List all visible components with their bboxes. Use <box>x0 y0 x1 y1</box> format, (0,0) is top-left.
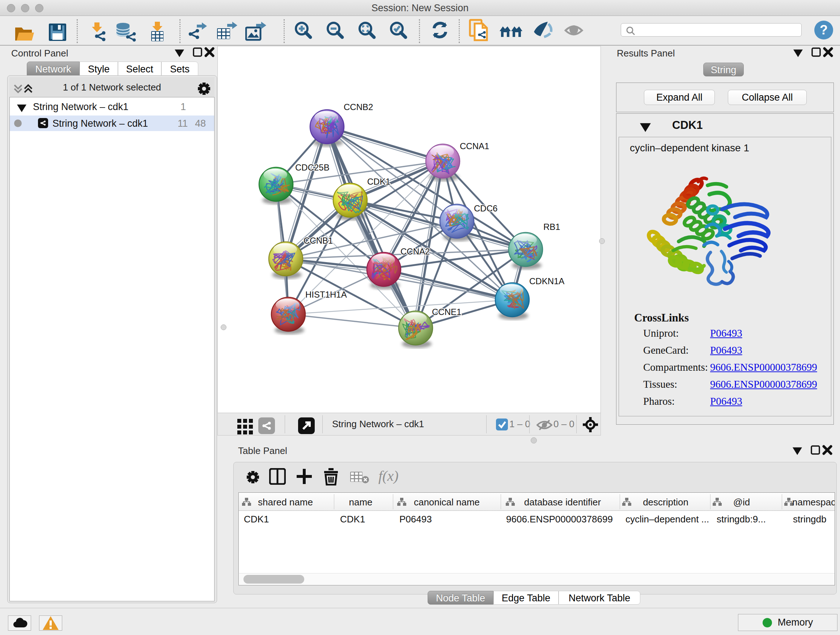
svg-text:CDC6: CDC6 <box>474 203 497 213</box>
svg-text:CCNB1: CCNB1 <box>303 236 333 245</box>
svg-text:CDC25B: CDC25B <box>295 163 330 172</box>
svg-text:CCNE1: CCNE1 <box>432 307 461 317</box>
svg-text:RB1: RB1 <box>543 222 561 232</box>
svg-text:CCNB2: CCNB2 <box>344 102 373 112</box>
svg-text:CDKN1A: CDKN1A <box>529 276 564 286</box>
svg-text:CCNA1: CCNA1 <box>460 141 489 151</box>
svg-text:CCNA2: CCNA2 <box>401 247 430 256</box>
svg-text:?: ? <box>820 22 828 37</box>
svg-text:CDK1: CDK1 <box>367 177 390 187</box>
svg-text:HIST1H1A: HIST1H1A <box>305 290 347 299</box>
